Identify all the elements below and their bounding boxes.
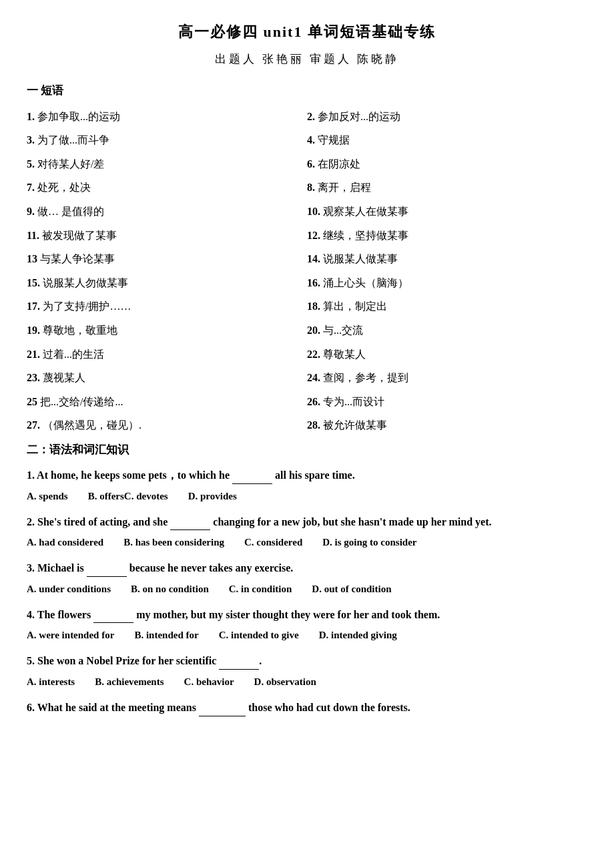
phrase-13: 13 与某人争论某事 — [27, 250, 307, 268]
question-1: 1. At home, he keeps some pets，to which … — [27, 467, 587, 504]
phrase-row-14: 27. （偶然遇见，碰见）. 28. 被允许做某事 — [27, 417, 587, 434]
phrase-16: 16. 涌上心头（脑海） — [307, 274, 587, 292]
phrase-row-13: 25 把...交给/传递给... 26. 专为...而设计 — [27, 393, 587, 411]
question-6-text: 6. What he said at the meeting means tho… — [27, 699, 587, 716]
q4-option-d: D. intended giving — [319, 627, 397, 643]
phrase-4: 4. 守规据 — [307, 132, 587, 149]
question-2: 2. She's tired of acting, and she changi… — [27, 513, 587, 551]
phrase-21: 21. 过着...的生活 — [27, 346, 307, 363]
phrase-6: 6. 在阴凉处 — [307, 156, 587, 173]
section2-header: 二：语法和词汇知识 — [27, 441, 587, 459]
question-5-options: A. interests B. achievements C. behavior… — [27, 674, 587, 690]
phrases-list: 1. 参加争取...的运动 2. 参加反对...的运动 3. 为了做...而斗争… — [27, 108, 587, 434]
phrase-1: 1. 参加争取...的运动 — [27, 108, 307, 126]
phrase-28: 28. 被允许做某事 — [307, 417, 587, 434]
phrase-27: 27. （偶然遇见，碰见）. — [27, 417, 307, 434]
phrase-24: 24. 查阅，参考，提到 — [307, 369, 587, 387]
question-4-text: 4. The flowers my mother, but my sister … — [27, 606, 587, 624]
q5-option-a: A. interests — [27, 674, 75, 690]
q3-option-a: A. under conditions — [27, 581, 111, 597]
phrase-row-8: 15. 说服某人勿做某事 16. 涌上心头（脑海） — [27, 274, 587, 292]
phrase-19: 19. 尊敬地，敬重地 — [27, 322, 307, 339]
question-5-text: 5. She won a Nobel Prize for her scienti… — [27, 652, 587, 670]
phrase-row-5: 9. 做… 是值得的 10. 观察某人在做某事 — [27, 203, 587, 220]
q3-option-d: D. out of condition — [312, 581, 391, 597]
q1-option-b: B. offersC. devotes — [88, 488, 168, 504]
question-4: 4. The flowers my mother, but my sister … — [27, 606, 587, 644]
q4-option-a: A. were intended for — [27, 627, 114, 643]
question-5: 5. She won a Nobel Prize for her scienti… — [27, 652, 587, 690]
phrase-26: 26. 专为...而设计 — [307, 393, 587, 411]
q1-option-a: A. spends — [27, 488, 68, 504]
phrase-row-11: 21. 过着...的生活 22. 尊敬某人 — [27, 346, 587, 363]
phrase-row-4: 7. 处死，处决 8. 离开，启程 — [27, 179, 587, 196]
phrase-row-10: 19. 尊敬地，敬重地 20. 与...交流 — [27, 322, 587, 339]
question-3: 3. Michael is because he never takes any… — [27, 560, 587, 597]
phrase-7: 7. 处死，处决 — [27, 179, 307, 196]
subtitle: 出题人 张艳丽 审题人 陈晓静 — [27, 50, 587, 68]
q2-option-b: B. has been considering — [123, 534, 224, 550]
phrase-25: 25 把...交给/传递给... — [27, 393, 307, 411]
question-2-options: A. had considered B. has been considerin… — [27, 534, 587, 550]
q2-option-d: D. is going to consider — [322, 534, 416, 550]
question-1-options: A. spends B. offersC. devotes D. provide… — [27, 488, 587, 504]
q2-option-c: C. considered — [244, 534, 302, 550]
phrase-row-6: 11. 被发现做了某事 12. 继续，坚持做某事 — [27, 227, 587, 244]
page-title: 高一必修四 unit1 单词短语基础专练 — [27, 20, 587, 43]
phrase-9: 9. 做… 是值得的 — [27, 203, 307, 220]
q2-option-a: A. had considered — [27, 534, 103, 550]
phrase-5: 5. 对待某人好/差 — [27, 156, 307, 173]
question-2-text: 2. She's tired of acting, and she changi… — [27, 513, 587, 531]
question-3-text: 3. Michael is because he never takes any… — [27, 560, 587, 577]
phrase-20: 20. 与...交流 — [307, 322, 587, 339]
q4-option-c: C. intended to give — [219, 627, 299, 643]
phrase-row-7: 13 与某人争论某事 14. 说服某人做某事 — [27, 250, 587, 268]
phrase-row-9: 17. 为了支持/拥护…… 18. 算出，制定出 — [27, 298, 587, 315]
phrase-11: 11. 被发现做了某事 — [27, 227, 307, 244]
q1-option-d: D. provides — [188, 488, 237, 504]
phrase-row-2: 3. 为了做...而斗争 4. 守规据 — [27, 132, 587, 149]
phrase-15: 15. 说服某人勿做某事 — [27, 274, 307, 292]
phrase-17: 17. 为了支持/拥护…… — [27, 298, 307, 315]
q5-option-b: B. achievements — [95, 674, 164, 690]
q4-option-b: B. intended for — [134, 627, 198, 643]
section1-header: 一 短语 — [27, 81, 587, 99]
question-1-text: 1. At home, he keeps some pets，to which … — [27, 467, 587, 484]
question-6: 6. What he said at the meeting means tho… — [27, 699, 587, 716]
phrase-row-3: 5. 对待某人好/差 6. 在阴凉处 — [27, 156, 587, 173]
question-4-options: A. were intended for B. intended for C. … — [27, 627, 587, 643]
phrase-row-12: 23. 蔑视某人 24. 查阅，参考，提到 — [27, 369, 587, 387]
question-3-options: A. under conditions B. on no condition C… — [27, 581, 587, 597]
phrase-18: 18. 算出，制定出 — [307, 298, 587, 315]
phrase-23: 23. 蔑视某人 — [27, 369, 307, 387]
q5-option-d: D. observation — [254, 674, 316, 690]
phrase-2: 2. 参加反对...的运动 — [307, 108, 587, 126]
q3-option-c: C. in condition — [229, 581, 292, 597]
phrase-22: 22. 尊敬某人 — [307, 346, 587, 363]
phrase-8: 8. 离开，启程 — [307, 179, 587, 196]
q5-option-c: C. behavior — [184, 674, 234, 690]
phrase-3: 3. 为了做...而斗争 — [27, 132, 307, 149]
phrase-12: 12. 继续，坚持做某事 — [307, 227, 587, 244]
phrase-row-1: 1. 参加争取...的运动 2. 参加反对...的运动 — [27, 108, 587, 126]
phrase-10: 10. 观察某人在做某事 — [307, 203, 587, 220]
phrase-14: 14. 说服某人做某事 — [307, 250, 587, 268]
q3-option-b: B. on no condition — [131, 581, 209, 597]
